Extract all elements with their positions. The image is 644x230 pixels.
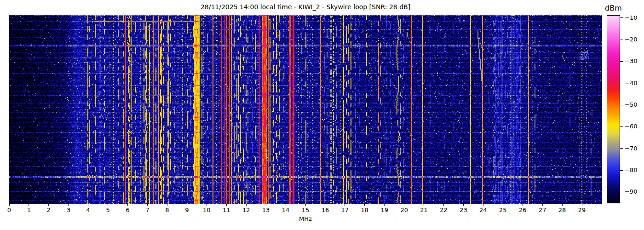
colorbar-tick	[620, 170, 623, 171]
x-axis-tick	[483, 204, 483, 206]
colorbar-tick	[620, 83, 623, 83]
x-axis-tick	[364, 204, 365, 206]
x-tick-label: 5	[100, 207, 116, 213]
x-tick-label: 14	[278, 207, 293, 213]
x-axis-tick	[582, 204, 582, 206]
colorbar-tick-label: −10	[625, 14, 637, 22]
x-axis-tick	[286, 204, 286, 206]
x-tick-label: 7	[140, 207, 155, 213]
colorbar-tick-label: −70	[625, 145, 637, 152]
colorbar-tick	[620, 61, 623, 62]
colorbar-tick-label: −90	[625, 188, 637, 196]
x-axis-tick	[167, 204, 167, 206]
colorbar-tick-label: −80	[625, 167, 637, 174]
colorbar-tick-label: −60	[625, 123, 637, 130]
x-tick-label: 27	[535, 207, 550, 213]
x-tick-label: 16	[317, 207, 333, 213]
x-axis-tick	[108, 204, 108, 206]
x-axis-tick	[29, 204, 29, 206]
x-tick-label: 21	[416, 207, 432, 213]
spectrogram-figure: 28/11/2025 14:00 local time - KIWI_2 - S…	[0, 0, 644, 230]
x-tick-label: 0	[1, 207, 17, 213]
x-tick-label: 26	[515, 207, 530, 213]
x-tick-label: 25	[495, 207, 511, 213]
x-tick-label: 3	[61, 207, 76, 213]
x-tick-label: 6	[120, 207, 136, 213]
x-tick-label: 18	[357, 207, 373, 213]
x-tick-label: 20	[397, 207, 412, 213]
x-axis-tick	[9, 204, 10, 206]
x-axis-tick	[48, 204, 49, 206]
x-axis-tick	[424, 204, 424, 206]
x-tick-label: 8	[159, 207, 175, 213]
x-tick-label: 22	[436, 207, 452, 213]
x-axis-tick	[384, 204, 385, 206]
x-axis-tick	[562, 204, 563, 206]
x-axis-tick	[523, 204, 523, 206]
x-axis-tick	[305, 204, 306, 206]
colorbar-tick-label: −20	[625, 36, 637, 43]
x-tick-label: 1	[21, 207, 37, 213]
x-axis-tick	[345, 204, 345, 206]
x-axis-tick	[207, 204, 207, 206]
x-tick-label: 17	[337, 207, 353, 213]
x-tick-label: 9	[179, 207, 195, 213]
colorbar-tick-label: −40	[625, 80, 637, 87]
x-tick-label: 28	[554, 207, 570, 213]
x-axis-tick	[266, 204, 266, 206]
colorbar-tick	[620, 105, 623, 105]
waterfall-canvas	[9, 15, 602, 204]
x-axis-tick	[503, 204, 503, 206]
x-tick-label: 11	[218, 207, 234, 213]
x-tick-label: 2	[41, 207, 57, 213]
colorbar-tick	[620, 17, 623, 18]
x-tick-label: 12	[238, 207, 254, 213]
x-tick-label: 24	[475, 207, 491, 213]
x-axis-tick	[404, 204, 404, 206]
x-tick-label: 29	[574, 207, 590, 213]
x-axis-tick	[246, 204, 247, 206]
x-axis-tick	[187, 204, 187, 206]
colorbar-tick	[620, 148, 623, 149]
colorbar-tick	[620, 40, 623, 40]
x-tick-label: 19	[377, 207, 392, 213]
x-axis-tick	[443, 204, 444, 206]
colorbar	[607, 15, 620, 203]
waterfall-plot	[9, 15, 602, 204]
x-tick-label: 13	[258, 207, 274, 213]
colorbar-gradient-canvas	[607, 16, 620, 203]
colorbar-tick-label: −50	[625, 101, 637, 109]
x-axis-tick	[68, 204, 69, 206]
x-axis-tick	[542, 204, 543, 206]
colorbar-tick	[620, 192, 623, 192]
x-tick-label: 15	[298, 207, 313, 213]
x-tick-label: 23	[455, 207, 471, 213]
x-axis-tick	[226, 204, 227, 206]
colorbar-tick	[620, 126, 623, 127]
x-axis-tick	[88, 204, 88, 206]
colorbar-tick-label: −30	[625, 58, 637, 65]
x-axis-tick	[147, 204, 148, 206]
colorbar-title: dBm	[605, 4, 622, 12]
x-axis-tick	[325, 204, 325, 206]
x-axis-label: MHz	[9, 215, 602, 222]
x-tick-label: 10	[199, 207, 214, 213]
x-axis-tick	[463, 204, 464, 206]
x-axis-tick	[127, 204, 128, 206]
chart-title: 28/11/2025 14:00 local time - KIWI_2 - S…	[9, 3, 602, 11]
x-tick-label: 4	[80, 207, 96, 213]
